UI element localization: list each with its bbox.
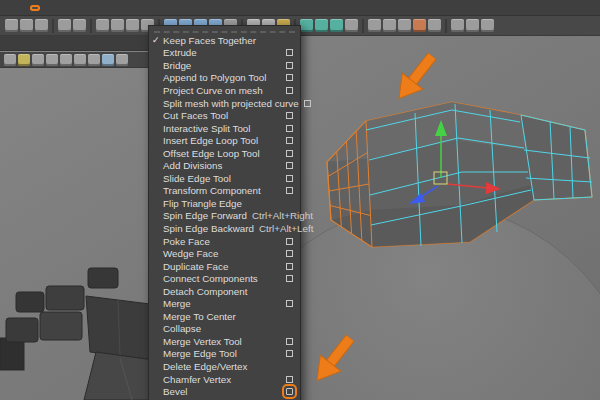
menu-item[interactable]: ✓ Merge To Center	[149, 310, 300, 323]
render-settings-icon[interactable]	[345, 19, 358, 32]
menu-item[interactable]: ✓ Slide Edge Tool	[149, 172, 300, 185]
image-plane-icon[interactable]	[60, 54, 72, 66]
two-d-pan-zoom-icon[interactable]	[74, 54, 86, 66]
option-box[interactable]	[286, 275, 293, 282]
menubar-item[interactable]	[80, 7, 86, 9]
menu-item-label: Duplicate Face	[163, 261, 228, 272]
camera-attributes-icon[interactable]	[32, 54, 44, 66]
option-box[interactable]	[286, 62, 293, 69]
menu-item-label: Bevel	[163, 386, 188, 397]
menu-item[interactable]: ✓ Duplicate Face	[149, 260, 300, 273]
select-by-component-icon[interactable]	[126, 19, 139, 32]
channel-box-icon[interactable]	[481, 19, 494, 32]
menu-item[interactable]: ✓ Append to Polygon Tool	[149, 72, 300, 85]
menu-item[interactable]: ✓ Project Curve on mesh	[149, 84, 300, 97]
option-box[interactable]	[286, 74, 293, 81]
menu-item-label: Poke Face	[163, 236, 210, 247]
menu-item[interactable]: ✓ Extrude	[149, 47, 300, 60]
tool-settings-icon[interactable]	[466, 19, 479, 32]
option-box[interactable]	[286, 388, 293, 395]
option-box[interactable]	[286, 137, 293, 144]
option-box[interactable]	[286, 300, 293, 307]
option-box[interactable]	[286, 338, 293, 345]
option-box[interactable]	[286, 150, 293, 157]
menu-item[interactable]: ✓ Keep Faces Together	[149, 34, 300, 47]
menu-item[interactable]: ✓ Chamfer Vertex	[149, 373, 300, 386]
menu-item-shortcut: Ctrl+Alt+Right	[252, 210, 313, 221]
menu-item-label: Add Divisions	[163, 160, 222, 171]
menu-item-label: Merge	[163, 298, 191, 309]
save-scene-icon[interactable]	[35, 19, 48, 32]
menu-item-label: Interactive Split Tool	[163, 123, 251, 134]
paint-effects-icon[interactable]	[368, 19, 381, 32]
attribute-editor-icon[interactable]	[451, 19, 464, 32]
menu-item[interactable]: ✓ Merge Edge Tool	[149, 348, 300, 361]
menu-item-label: Connect Components	[163, 273, 258, 284]
menu-item[interactable]: ✓ Add Divisions	[149, 159, 300, 172]
menu-tearoff-handle[interactable]	[154, 28, 295, 33]
film-gate-icon[interactable]	[116, 54, 128, 66]
menu-item[interactable]: ✓ Merge	[149, 297, 300, 310]
toolbar-separator	[52, 19, 54, 33]
menu-item-label: Split mesh with projected curve	[163, 98, 299, 109]
menu-item[interactable]: ✓ Insert Edge Loop Tool	[149, 134, 300, 147]
option-box[interactable]	[286, 49, 293, 56]
menu-item[interactable]: ✓ Spin Edge Forward Ctrl+Alt+Right	[149, 210, 300, 223]
open-scene-icon[interactable]	[20, 19, 33, 32]
menu-item[interactable]: ✓ Transform Component	[149, 185, 300, 198]
ipr-render-icon[interactable]	[330, 19, 343, 32]
hand-cube-segment	[0, 338, 24, 370]
menu-item-label: Transform Component	[163, 185, 261, 196]
undo-icon[interactable]	[58, 19, 71, 32]
select-camera-icon[interactable]	[4, 54, 16, 66]
menu-item[interactable]: ✓ Wedge Face	[149, 247, 300, 260]
option-box[interactable]	[286, 87, 293, 94]
menu-item-label: Chamfer Vertex	[163, 374, 231, 385]
symmetry-icon[interactable]	[428, 19, 441, 32]
panel-menubar	[0, 36, 148, 51]
menu-item[interactable]: ✓ Delete Edge/Vertex	[149, 360, 300, 373]
option-box[interactable]	[286, 350, 293, 357]
menu-item[interactable]: ✓ Poke Face	[149, 235, 300, 248]
menu-item[interactable]: ✓ Merge Vertex Tool	[149, 335, 300, 348]
option-box[interactable]	[286, 250, 293, 257]
render-current-frame-icon[interactable]	[315, 19, 328, 32]
menu-item-label: Merge To Center	[163, 311, 236, 322]
option-box[interactable]	[304, 100, 311, 107]
menu-item[interactable]: ✓ Spin Edge Backward Ctrl+Alt+Left	[149, 222, 300, 235]
show-manipulator-icon[interactable]	[398, 19, 411, 32]
thumb-segment	[88, 268, 118, 288]
soft-select-icon[interactable]	[413, 19, 426, 32]
menu-item[interactable]: ✓ Flip Triangle Edge	[149, 197, 300, 210]
option-box[interactable]	[286, 175, 293, 182]
sculpt-geometry-icon[interactable]	[383, 19, 396, 32]
option-box[interactable]	[286, 238, 293, 245]
menu-item[interactable]: ✓ Split mesh with projected curve	[149, 97, 300, 110]
option-box[interactable]	[286, 162, 293, 169]
menu-item[interactable]: ✓ Connect Components	[149, 272, 300, 285]
menu-item-label: Wedge Face	[163, 248, 218, 259]
option-box[interactable]	[286, 112, 293, 119]
select-by-hierarchy-icon[interactable]	[96, 19, 109, 32]
menu-item-label: Keep Faces Together	[163, 35, 256, 46]
grease-pencil-icon[interactable]	[88, 54, 100, 66]
menu-item[interactable]: ✓ Offset Edge Loop Tool	[149, 147, 300, 160]
open-render-view-icon[interactable]	[300, 19, 313, 32]
lock-camera-icon[interactable]	[18, 54, 30, 66]
toolbar-separator	[362, 19, 364, 33]
menu-item[interactable]: ✓ Interactive Split Tool	[149, 122, 300, 135]
option-box[interactable]	[286, 263, 293, 270]
new-scene-icon[interactable]	[5, 19, 18, 32]
menu-item[interactable]: ✓ Bridge	[149, 59, 300, 72]
menu-item[interactable]: ✓ Detach Component	[149, 285, 300, 298]
bookmark-icon[interactable]	[46, 54, 58, 66]
grid-icon[interactable]	[102, 54, 114, 66]
menu-item[interactable]: ✓ Cut Faces Tool	[149, 109, 300, 122]
redo-icon[interactable]	[73, 19, 86, 32]
select-by-object-icon[interactable]	[111, 19, 124, 32]
option-box[interactable]	[286, 125, 293, 132]
menu-item[interactable]: ✓ Bevel	[149, 385, 300, 398]
menu-item[interactable]: ✓ Collapse	[149, 323, 300, 336]
option-box[interactable]	[286, 376, 293, 383]
option-box[interactable]	[286, 187, 293, 194]
